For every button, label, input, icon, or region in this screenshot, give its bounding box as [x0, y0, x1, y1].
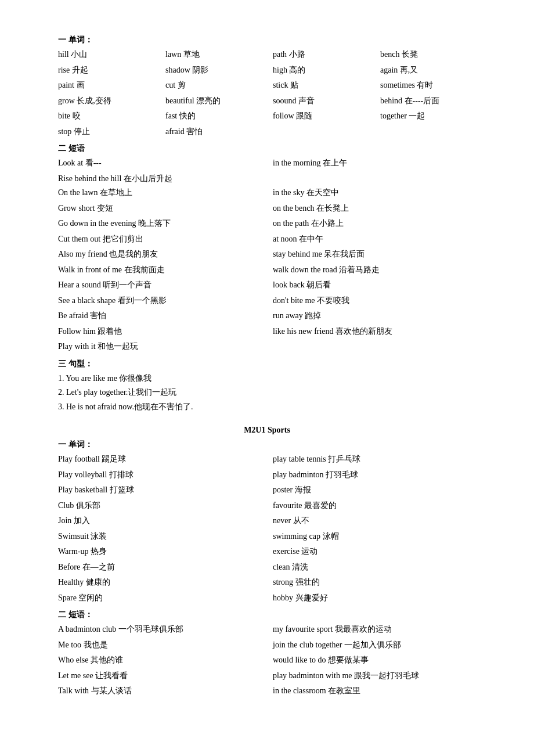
m2u1-word-row: Healthy 健康的 strong 强壮的: [58, 575, 488, 590]
sentences-list: 1. You are like me 你很像我 2. Let's play to…: [46, 372, 488, 415]
section-sentences: 三 句型： 1. You are like me 你很像我 2. Let's p…: [46, 359, 488, 415]
phrase-entry: in the sky 在天空中: [273, 186, 488, 200]
phrase-entry: Me too 我也是: [58, 638, 273, 653]
word-entry: high 高的: [273, 63, 380, 78]
word-entry: beautiful 漂亮的: [165, 94, 273, 109]
phrase-row: Play with it 和他一起玩: [58, 340, 488, 354]
m2u1-word-row: Before 在—之前 clean 清洗: [58, 560, 488, 575]
phrase-row: Be afraid 害怕 run away 跑掉: [58, 309, 488, 323]
phrase-entry: Grow short 变短: [58, 201, 273, 216]
word-row-1: hill 小山 lawn 草地 path 小路 bench 长凳: [58, 48, 488, 62]
word-entry: bench 长凳: [380, 48, 488, 62]
word-entry: never 从不: [273, 514, 488, 528]
m2u1-phrase-row: Who else 其他的谁 would like to do 想要做某事: [58, 653, 488, 668]
phrase-row: On the lawn 在草地上 in the sky 在天空中: [58, 186, 488, 200]
page-content: 一 单词： hill 小山 lawn 草地 path 小路 bench 长凳 r…: [46, 35, 488, 699]
section-words-2: 一 单词： Play football 踢足球 play table tenni…: [46, 440, 488, 605]
sentence-3: 3. He is not afraid now.他现在不害怕了.: [58, 400, 488, 415]
m2u1-words-grid: Play football 踢足球 play table tennis 打乒乓球…: [46, 452, 488, 605]
word-row-4: grow 长成,变得 beautiful 漂亮的 soound 声音 behin…: [58, 94, 488, 109]
word-entry: Swimsuit 泳装: [58, 530, 273, 544]
word-entry: shadow 阴影: [165, 63, 273, 78]
phrase-entry: in the classroom 在教室里: [273, 684, 488, 699]
word-entry: lawn 草地: [165, 48, 273, 62]
word-entry: behind 在----后面: [380, 94, 488, 109]
m2u1-word-row: Club 俱乐部 favourite 最喜爱的: [58, 499, 488, 513]
word-row-2: rise 升起 shadow 阴影 high 高的 again 再,又: [58, 63, 488, 78]
section4-words-title: 一 单词：: [46, 440, 488, 450]
section2-title: 二 短语: [46, 143, 488, 154]
phrase-row: Rise behind the hill 在小山后升起: [58, 172, 488, 186]
m2u1-word-row: Play volleyball 打排球 play badminton 打羽毛球: [58, 468, 488, 483]
word-entry: Play football 踢足球: [58, 452, 273, 467]
word-entry: Play basketball 打篮球: [58, 483, 273, 498]
phrase-entry: See a black shape 看到一个黑影: [58, 294, 273, 308]
word-entry: hobby 兴趣爱好: [273, 591, 488, 606]
word-entry: Club 俱乐部: [58, 499, 273, 513]
word-entry: again 再,又: [380, 63, 488, 78]
phrase-entry: at noon 在中午: [273, 232, 488, 247]
word-entry: Spare 空闲的: [58, 591, 273, 606]
phrase-entry: Be afraid 害怕: [58, 309, 273, 323]
phrase-entry: Rise behind the hill 在小山后升起: [58, 174, 172, 183]
phrase-entry: in the morning 在上午: [273, 156, 488, 171]
word-row-3: paint 画 cut 剪 stick 贴 sometimes 有时: [58, 78, 488, 93]
word-entry: stick 贴: [273, 78, 380, 93]
phrase-entry: join the club together 一起加入俱乐部: [273, 638, 488, 653]
phrase-entry: Let me see 让我看看: [58, 669, 273, 683]
m2u1-word-row: Play football 踢足球 play table tennis 打乒乓球: [58, 452, 488, 467]
m2u1-word-row: Spare 空闲的 hobby 兴趣爱好: [58, 591, 488, 606]
phrase-entry: Cut them out 把它们剪出: [58, 232, 273, 247]
word-entry: stop 停止: [58, 125, 165, 139]
sentence-2: 2. Let's play together.让我们一起玩: [58, 386, 488, 400]
phrase-entry: Play with it 和他一起玩: [58, 342, 138, 351]
phrase-row: Look at 看--- in the morning 在上午: [58, 156, 488, 171]
phrase-entry: Hear a sound 听到一个声音: [58, 278, 273, 293]
section-phrases-1: 二 短语 Look at 看--- in the morning 在上午 Ris…: [46, 143, 488, 354]
section1-title: 一 单词：: [46, 35, 488, 45]
word-entry: hill 小山: [58, 48, 165, 62]
word-entry: Play volleyball 打排球: [58, 468, 273, 483]
sentence-1: 1. You are like me 你很像我: [58, 372, 488, 386]
word-entry: Healthy 健康的: [58, 575, 273, 590]
word-entry: play table tennis 打乒乓球: [273, 452, 488, 467]
phrase-entry: Also my friend 也是我的朋友: [58, 247, 273, 262]
phrase-entry: stay behind me 呆在我后面: [273, 247, 488, 262]
word-entry: grow 长成,变得: [58, 94, 165, 109]
phrase-row: Cut them out 把它们剪出 at noon 在中午: [58, 232, 488, 247]
phrase-entry: would like to do 想要做某事: [273, 653, 488, 668]
phrase-row: Hear a sound 听到一个声音 look back 朝后看: [58, 278, 488, 293]
m2u1-phrase-row: Let me see 让我看看 play badminton with me 跟…: [58, 669, 488, 683]
word-entry: [273, 125, 380, 139]
m2u1-word-row: Warm-up 热身 exercise 运动: [58, 545, 488, 559]
word-entry: favourite 最喜爱的: [273, 499, 488, 513]
word-entry: strong 强壮的: [273, 575, 488, 590]
word-entry: path 小路: [273, 48, 380, 62]
phrase-entry: my favourite sport 我最喜欢的运动: [273, 622, 488, 637]
phrase-row: See a black shape 看到一个黑影 don't bite me 不…: [58, 294, 488, 308]
phrase-entry: On the lawn 在草地上: [58, 186, 273, 200]
m2u1-phrases-list: A badminton club 一个羽毛球俱乐部 my favourite s…: [46, 622, 488, 699]
word-entry: fast 快的: [165, 109, 273, 124]
word-entry: soound 声音: [273, 94, 380, 109]
phrase-entry: Follow him 跟着他: [58, 325, 273, 339]
phrase-entry: look back 朝后看: [273, 278, 488, 293]
section3-title: 三 句型：: [46, 359, 488, 369]
m2u1-word-row: Swimsuit 泳装 swimming cap 泳帽: [58, 530, 488, 544]
phrase-entry: on the bench 在长凳上: [273, 201, 488, 216]
phrase-entry: Talk with 与某人谈话: [58, 684, 273, 699]
word-entry: together 一起: [380, 109, 488, 124]
phrase-entry: Look at 看---: [58, 156, 273, 171]
m2u1-phrase-row: A badminton club 一个羽毛球俱乐部 my favourite s…: [58, 622, 488, 637]
section-phrases-2: 二 短语： A badminton club 一个羽毛球俱乐部 my favou…: [46, 610, 488, 699]
m2u1-phrase-row: Me too 我也是 join the club together 一起加入俱乐…: [58, 638, 488, 653]
word-entry: clean 清洗: [273, 560, 488, 575]
word-entry: Warm-up 热身: [58, 545, 273, 559]
section-words-1: 一 单词： hill 小山 lawn 草地 path 小路 bench 长凳 r…: [46, 35, 488, 139]
word-entry: Before 在—之前: [58, 560, 273, 575]
phrase-entry: on the path 在小路上: [273, 217, 488, 231]
word-entry: afraid 害怕: [165, 125, 273, 139]
word-row-6: stop 停止 afraid 害怕: [58, 125, 488, 139]
phrase-entry: like his new friend 喜欢他的新朋友: [273, 325, 488, 339]
word-entry: poster 海报: [273, 483, 488, 498]
